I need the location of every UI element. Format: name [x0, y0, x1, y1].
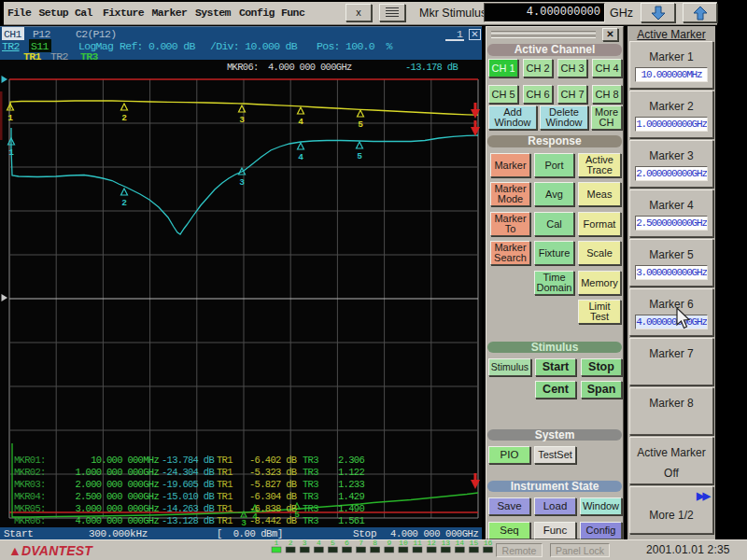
svg-text:5: 5 [357, 151, 362, 161]
svg-text:15: 15 [470, 539, 479, 547]
svg-text:5: 5 [358, 119, 363, 130]
svg-text:4: 4 [317, 539, 321, 547]
svg-text:16: 16 [484, 539, 493, 547]
svg-text:7: 7 [359, 539, 363, 547]
svg-text:14: 14 [455, 539, 464, 547]
svg-text:3: 3 [239, 115, 245, 125]
svg-text:2: 2 [121, 113, 127, 123]
svg-text:9: 9 [387, 539, 391, 547]
svg-text:2: 2 [121, 198, 127, 208]
svg-text:2: 2 [289, 539, 293, 547]
svg-text:1: 1 [7, 113, 13, 123]
svg-text:13: 13 [441, 539, 450, 547]
svg-text:10: 10 [399, 539, 408, 547]
svg-text:3: 3 [303, 539, 307, 547]
svg-text:3: 3 [241, 518, 247, 527]
svg-text:5: 5 [331, 539, 335, 547]
svg-text:3: 3 [239, 177, 245, 188]
svg-text:4: 4 [298, 152, 303, 162]
svg-text:12: 12 [427, 539, 436, 547]
svg-text:1: 1 [8, 147, 14, 158]
svg-text:6: 6 [345, 539, 349, 547]
svg-text:1: 1 [275, 539, 279, 547]
svg-text:4: 4 [298, 117, 303, 127]
svg-text:8: 8 [373, 539, 377, 547]
svg-text:11: 11 [413, 539, 422, 547]
